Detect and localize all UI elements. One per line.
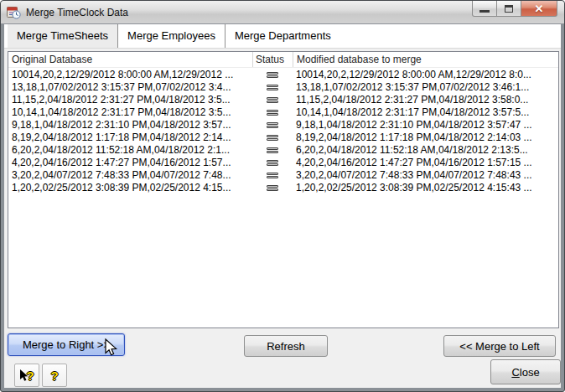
- original-db-cell: 8,19,2,04/18/2012 1:17:18 PM,04/18/2012 …: [8, 132, 252, 144]
- modified-db-cell: 10,14,1,04/18/2012 2:31:17 PM,04/18/2012…: [293, 106, 558, 119]
- question-mark-icon: ?: [26, 369, 34, 382]
- table-row[interactable]: 3,20,2,04/07/2012 7:48:33 PM,04/07/2012 …: [8, 169, 558, 182]
- modified-db-cell: 11,15,2,04/18/2012 2:31:27 PM,04/18/2012…: [293, 94, 558, 106]
- merge-equal-bars-icon: [252, 72, 293, 78]
- merge-list-view[interactable]: Original Database Status Modified databa…: [8, 51, 559, 328]
- table-row[interactable]: 9,18,1,04/18/2012 2:31:10 PM,04/18/2012 …: [8, 119, 558, 132]
- original-db-cell: 13,18,1,07/02/2012 3:15:37 PM,07/02/2012…: [8, 81, 252, 94]
- original-db-cell: 10,14,1,04/18/2012 2:31:17 PM,04/18/2012…: [8, 106, 252, 119]
- tab-merge-employees[interactable]: Merge Employees: [117, 24, 225, 48]
- column-header-modified-database[interactable]: Modified database to merge: [293, 52, 558, 67]
- modified-db-cell: 4,20,2,04/16/2012 1:47:27 PM,04/16/2012 …: [293, 157, 558, 169]
- table-row[interactable]: 11,15,2,04/18/2012 2:31:27 PM,04/18/2012…: [8, 94, 558, 106]
- close-window-button[interactable]: ✕: [521, 1, 557, 17]
- merge-equal-bars-icon: [252, 160, 293, 166]
- close-button[interactable]: Close: [490, 359, 561, 384]
- merge-equal-bars-icon: [252, 97, 293, 103]
- original-db-cell: 3,20,2,04/07/2012 7:48:33 PM,04/07/2012 …: [8, 169, 252, 182]
- table-row[interactable]: 13,18,1,07/02/2012 3:15:37 PM,07/02/2012…: [8, 81, 558, 94]
- merge-equal-bars-icon: [252, 185, 293, 191]
- merge-equal-bars-icon: [252, 122, 293, 128]
- modified-db-cell: 13,18,1,07/02/2012 3:15:37 PM,07/02/2012…: [293, 81, 558, 94]
- column-header-original-database[interactable]: Original Database: [8, 52, 252, 67]
- minimize-button[interactable]: [472, 1, 497, 17]
- merge-equal-bars-icon: [252, 110, 293, 116]
- table-row[interactable]: 6,20,2,04/18/2012 11:52:18 AM,04/18/2012…: [8, 144, 558, 157]
- context-help-button[interactable]: ?: [14, 364, 39, 387]
- caption-buttons: ✕: [472, 1, 557, 17]
- maximize-icon: [505, 5, 513, 13]
- merge-to-right-button[interactable]: Merge to Right >>: [8, 333, 125, 356]
- merge-timeclock-dialog: Merge TimeClock Data ✕ Merge TimeSheets …: [0, 0, 565, 392]
- help-button[interactable]: ?: [42, 364, 67, 387]
- tab-merge-departments[interactable]: Merge Departments: [225, 24, 340, 48]
- maximize-button[interactable]: [497, 1, 521, 17]
- merge-equal-bars-icon: [252, 135, 293, 141]
- original-db-cell: 9,18,1,04/18/2012 2:31:10 PM,04/18/2012 …: [8, 119, 252, 132]
- modified-db-cell: 10014,20,2,12/29/2012 8:00:00 AM,12/29/2…: [293, 69, 558, 81]
- modified-db-cell: 1,20,2,02/25/2012 3:08:39 PM,02/25/2012 …: [293, 182, 558, 194]
- original-db-cell: 1,20,2,02/25/2012 3:08:39 PM,02/25/2012 …: [8, 182, 252, 194]
- table-row[interactable]: 8,19,2,04/18/2012 1:17:18 PM,04/18/2012 …: [8, 132, 558, 144]
- dialog-client-area: Merge TimeSheets Merge Employees Merge D…: [4, 24, 561, 388]
- list-header: Original Database Status Modified databa…: [8, 52, 558, 68]
- modified-db-cell: 6,20,2,04/18/2012 11:52:18 AM,04/18/2012…: [293, 144, 558, 157]
- window-title: Merge TimeClock Data: [26, 7, 128, 18]
- table-row[interactable]: 4,20,2,04/16/2012 1:47:27 PM,04/16/2012 …: [8, 157, 558, 169]
- modified-db-cell: 8,19,2,04/18/2012 1:17:18 PM,04/18/2012 …: [293, 132, 558, 144]
- merge-equal-bars-icon: [252, 85, 293, 90]
- original-db-cell: 6,20,2,04/18/2012 11:52:18 AM,04/18/2012…: [8, 144, 252, 157]
- minimize-icon: [479, 10, 490, 13]
- tab-merge-timesheets[interactable]: Merge TimeSheets: [8, 24, 117, 48]
- modified-db-cell: 3,20,2,04/07/2012 7:48:33 PM,04/07/2012 …: [293, 169, 558, 182]
- original-db-cell: 10014,20,2,12/29/2012 8:00:00 AM,12/29/2…: [8, 69, 252, 81]
- titlebar[interactable]: Merge TimeClock Data ✕: [1, 1, 564, 24]
- refresh-button[interactable]: Refresh: [244, 335, 328, 357]
- merge-equal-bars-icon: [252, 147, 293, 153]
- close-icon: ✕: [535, 3, 544, 14]
- merge-to-left-button[interactable]: << Merge to Left: [443, 335, 556, 357]
- column-header-status[interactable]: Status: [252, 52, 293, 67]
- list-body: 10014,20,2,12/29/2012 8:00:00 AM,12/29/2…: [8, 69, 558, 328]
- table-row[interactable]: 1,20,2,02/25/2012 3:08:39 PM,02/25/2012 …: [8, 182, 558, 194]
- table-row[interactable]: 10014,20,2,12/29/2012 8:00:00 AM,12/29/2…: [8, 69, 558, 81]
- original-db-cell: 4,20,2,04/16/2012 1:47:27 PM,04/16/2012 …: [8, 157, 252, 169]
- modified-db-cell: 9,18,1,04/18/2012 2:31:10 PM,04/18/2012 …: [293, 119, 558, 132]
- merge-equal-bars-icon: [252, 173, 293, 178]
- tab-bar: Merge TimeSheets Merge Employees Merge D…: [4, 24, 561, 49]
- question-mark-icon: ?: [50, 369, 58, 382]
- original-db-cell: 11,15,2,04/18/2012 2:31:27 PM,04/18/2012…: [8, 94, 252, 106]
- table-row[interactable]: 10,14,1,04/18/2012 2:31:17 PM,04/18/2012…: [8, 106, 558, 119]
- timeclock-app-icon: [7, 6, 21, 19]
